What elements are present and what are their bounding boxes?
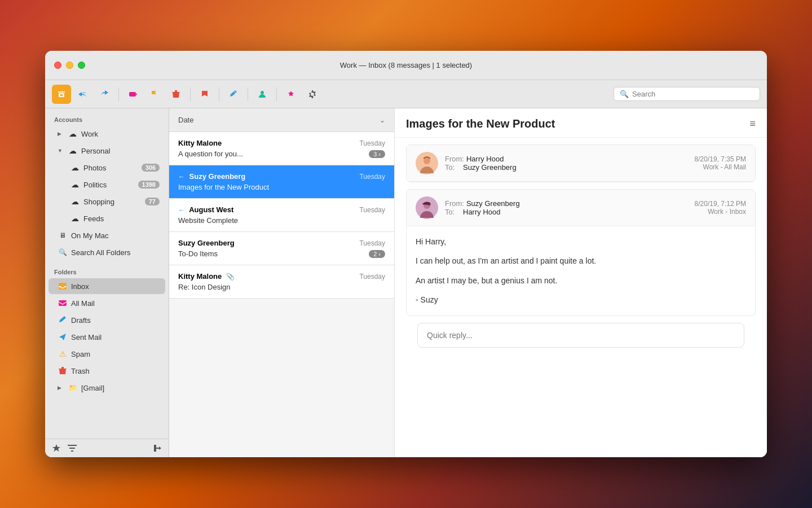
inbox-label: Inbox: [71, 282, 160, 291]
email-item-5-header: Kitty Malone 📎 Tuesday: [178, 272, 385, 281]
delete-button[interactable]: [166, 85, 186, 104]
email-4-date: Tuesday: [359, 239, 385, 247]
politics-badge: 1398: [138, 181, 160, 189]
email-item-2[interactable]: ← Suzy Greenberg Tuesday Images for the …: [169, 165, 394, 199]
activity-button[interactable]: [52, 444, 61, 453]
email-4-subject-text: To-Do Items: [178, 249, 218, 258]
email-1-subject-text: A question for you...: [178, 150, 243, 158]
separator-5: [276, 87, 277, 101]
label-pink-button[interactable]: [123, 85, 143, 104]
sidebar-item-inbox[interactable]: Inbox: [48, 278, 165, 294]
close-button[interactable]: [54, 62, 61, 69]
search-input[interactable]: [632, 90, 754, 98]
email-4-badge: 2 ›: [369, 250, 385, 258]
maximize-button[interactable]: [78, 62, 85, 69]
minimize-button[interactable]: [66, 62, 73, 69]
body-line-4: - Suzy: [416, 294, 746, 306]
sidebar-item-photos[interactable]: ☁ Photos 306: [48, 160, 165, 176]
svg-rect-3: [59, 300, 67, 306]
email-1-badge: 3 ›: [369, 150, 385, 158]
email-detail-menu-button[interactable]: ≡: [749, 118, 756, 130]
email-3-sender: ← August West: [178, 205, 233, 214]
email-2-subject-text: Images for the New Product: [178, 183, 269, 191]
email-list-header: Date ⌄: [169, 108, 394, 132]
message-2-header: From: Suzy Greenberg To: Harry Hood 8/20…: [407, 190, 755, 226]
sidebar-item-work[interactable]: ▶ ☁ Work: [48, 126, 165, 142]
spam-label: Spam: [71, 350, 160, 358]
title-bar: Work — Inbox (8 messages | 1 selected): [45, 51, 767, 80]
inbox-icon: [58, 281, 68, 291]
photos-badge: 306: [142, 164, 160, 172]
all-mail-label: All Mail: [71, 299, 160, 308]
from-label-1: From:: [445, 155, 464, 163]
email-1-date: Tuesday: [359, 139, 385, 147]
gmail-folder-icon: 📁: [68, 383, 78, 393]
email-3-subject-text: Website Complete: [178, 216, 238, 225]
photos-icon: ☁: [70, 163, 80, 173]
feeds-icon: ☁: [70, 213, 80, 224]
email-item-4[interactable]: Suzy Greenberg Tuesday To-Do Items 2 ›: [169, 232, 394, 265]
avatar-suzy: [416, 196, 438, 219]
work-icon: ☁: [68, 129, 78, 139]
flag-button[interactable]: [145, 85, 164, 104]
sent-icon: [58, 332, 68, 342]
message-1-folder: Work - All Mail: [695, 163, 746, 171]
sort-icon[interactable]: ⌄: [379, 116, 385, 124]
message-2-meta: From: Suzy Greenberg To: Harry Hood: [445, 199, 688, 216]
mac-icon: 🖥: [58, 230, 68, 240]
drafts-label: Drafts: [71, 316, 160, 325]
sidebar-item-all-mail[interactable]: All Mail: [48, 295, 165, 311]
email-detail-title: Images for the New Product: [406, 117, 555, 130]
sidebar-item-drafts[interactable]: Drafts: [48, 312, 165, 328]
sidebar-item-feeds[interactable]: ☁ Feeds: [48, 211, 165, 226]
quick-reply[interactable]: [417, 323, 744, 348]
sidebar-item-personal[interactable]: ▼ ☁ Personal: [48, 143, 165, 159]
sidebar-item-gmail[interactable]: ▶ 📁 [Gmail]: [48, 380, 165, 396]
politics-label: Politics: [83, 181, 135, 189]
contacts-button[interactable]: [253, 85, 272, 104]
email-1-sender: Kitty Malone: [178, 139, 222, 147]
sort-label[interactable]: Date: [178, 116, 193, 124]
sidebar-item-trash[interactable]: Trash: [48, 363, 165, 379]
email-detail-header: Images for the New Product ≡: [395, 108, 767, 138]
message-1-header: From: Harry Hood To: Suzy Greenberg 8/20…: [407, 145, 755, 182]
search-icon: 🔍: [620, 90, 629, 98]
personal-label: Personal: [81, 147, 160, 155]
message-1-to-name: Suzy Greenberg: [463, 163, 517, 172]
photos-label: Photos: [83, 164, 138, 172]
email-item-1[interactable]: Kitty Malone Tuesday A question for you.…: [169, 132, 394, 165]
sidebar-item-sent[interactable]: Sent Mail: [48, 329, 165, 345]
signout-button[interactable]: [153, 444, 162, 453]
work-label: Work: [81, 130, 160, 138]
sidebar-item-politics[interactable]: ☁ Politics 1398: [48, 177, 165, 192]
email-5-subject: Re: Icon Design: [178, 283, 385, 291]
sidebar-item-shopping[interactable]: ☁ Shopping 77: [48, 194, 165, 209]
email-3-date: Tuesday: [359, 206, 385, 214]
mark-button[interactable]: [195, 85, 214, 104]
filter-button[interactable]: [68, 445, 77, 452]
body-line-1: Hi Harry,: [416, 235, 746, 248]
rules-button[interactable]: [281, 85, 301, 104]
message-1-from: From: Harry Hood: [445, 155, 688, 163]
disclosure-personal: ▼: [58, 148, 64, 154]
quick-reply-input[interactable]: [427, 331, 735, 340]
reply-all-button[interactable]: [73, 85, 92, 104]
settings-button[interactable]: [303, 85, 322, 104]
sidebar-item-search-all[interactable]: 🔍 Search All Folders: [48, 244, 165, 260]
message-2-date: 8/20/19, 7:12 PM: [695, 200, 746, 208]
email-item-1-header: Kitty Malone Tuesday: [178, 139, 385, 147]
accounts-header: Accounts: [45, 108, 169, 125]
archive-button[interactable]: [52, 85, 71, 104]
sidebar-item-on-my-mac[interactable]: 🖥 On My Mac: [48, 227, 165, 243]
search-box[interactable]: 🔍: [614, 87, 760, 101]
separator-1: [118, 87, 119, 101]
email-4-sender: Suzy Greenberg: [178, 239, 235, 247]
email-item-5[interactable]: Kitty Malone 📎 Tuesday Re: Icon Design: [169, 265, 394, 299]
avatar-harry: [416, 152, 438, 174]
email-5-sender: Kitty Malone 📎: [178, 272, 235, 281]
compose-button[interactable]: [224, 85, 243, 104]
email-item-3[interactable]: ← August West Tuesday Website Complete: [169, 199, 394, 232]
sidebar-item-spam[interactable]: ⚠ Spam: [48, 346, 165, 362]
forward-button[interactable]: [95, 85, 114, 104]
email-5-date: Tuesday: [359, 273, 385, 281]
